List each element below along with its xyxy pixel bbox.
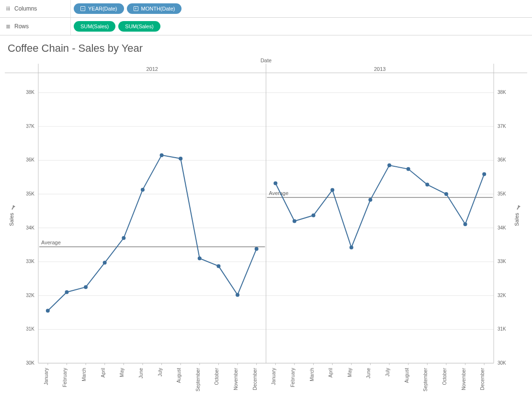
month-label: October <box>442 367 447 385</box>
rows-shelf[interactable]: ≣ Rows SUM(Sales) SUM(Sales) <box>0 18 532 35</box>
data-point[interactable] <box>464 222 467 226</box>
rows-shelf-label-cell: ≣ Rows <box>3 18 71 35</box>
data-point[interactable] <box>179 157 182 161</box>
month-label: June <box>138 368 144 379</box>
y-tick-label-right: 30K <box>498 360 506 366</box>
y-tick-label-left: 37K <box>26 124 34 129</box>
month-label: December <box>252 367 258 390</box>
data-point[interactable] <box>312 214 316 218</box>
month-label: April <box>328 368 333 378</box>
month-label: July <box>385 368 390 377</box>
chart-svg: Date30K30K31K31K32K32K33K33K34K34K35K35K… <box>5 57 527 411</box>
month-label: January <box>271 368 276 385</box>
y-axis-title-right[interactable]: Sales <box>514 213 520 226</box>
pill-label: MONTH(Date) <box>141 6 175 11</box>
month-label: November <box>233 367 238 390</box>
y-tick-label-left: 30K <box>26 360 34 366</box>
data-point[interactable] <box>407 167 410 171</box>
rows-shelf-pills: SUM(Sales) SUM(Sales) <box>71 21 160 32</box>
pill-label: SUM(Sales) <box>125 23 153 29</box>
panel-header-2012[interactable]: 2012 <box>147 66 158 72</box>
month-label: December <box>480 367 485 390</box>
y-tick-label-right: 32K <box>498 293 506 298</box>
data-point[interactable] <box>368 198 372 202</box>
y-tick-label-left: 35K <box>26 191 34 196</box>
data-point[interactable] <box>273 181 277 185</box>
chart-area: Date30K30K31K31K32K32K33K33K34K34K35K35K… <box>0 57 532 413</box>
pill-label: SUM(Sales) <box>80 23 109 29</box>
columns-shelf-label: Columns <box>14 5 37 12</box>
data-point[interactable] <box>103 261 107 264</box>
y-tick-label-right: 36K <box>498 157 506 162</box>
data-point[interactable] <box>444 192 448 196</box>
column-header-title: Date <box>260 57 272 63</box>
pill-month-date[interactable]: + MONTH(Date) <box>127 3 182 14</box>
pill-label: YEAR(Date) <box>88 6 117 11</box>
month-label: July <box>158 368 163 377</box>
month-label: June <box>366 368 371 379</box>
month-label: May <box>119 368 125 377</box>
data-point[interactable] <box>198 256 202 260</box>
y-tick-label-right: 33K <box>498 259 506 264</box>
data-point[interactable] <box>216 264 220 268</box>
y-tick-label-right: 34K <box>498 225 506 230</box>
reference-line-label-2013: Average <box>269 190 289 196</box>
month-label: February <box>290 368 295 387</box>
month-label: November <box>461 367 466 390</box>
y-tick-label-right: 38K <box>498 90 506 95</box>
data-point[interactable] <box>84 285 88 289</box>
columns-shelf-label-cell: iii Columns <box>3 0 71 17</box>
rows-icon: ≣ <box>5 23 11 30</box>
month-label: April <box>101 368 106 378</box>
month-label: May <box>347 368 352 377</box>
month-label: September <box>423 367 428 391</box>
month-label: March <box>81 368 87 381</box>
y-tick-label-left: 38K <box>26 90 34 95</box>
month-label: January <box>44 368 49 385</box>
month-label: October <box>214 367 219 385</box>
y-tick-label-left: 36K <box>26 157 34 162</box>
month-label: February <box>62 368 68 387</box>
y-tick-label-left: 33K <box>26 259 34 264</box>
pill-sum-sales-1[interactable]: SUM(Sales) <box>74 21 115 32</box>
y-tick-label-left: 34K <box>26 225 34 230</box>
month-label: August <box>176 368 181 383</box>
data-point[interactable] <box>330 188 334 192</box>
y-axis-title-left[interactable]: Sales <box>9 213 14 226</box>
data-point[interactable] <box>387 163 391 167</box>
month-label: March <box>309 368 315 381</box>
y-tick-label-left: 31K <box>26 326 34 332</box>
panel-header-2013[interactable]: 2013 <box>374 66 385 72</box>
data-point[interactable] <box>141 188 145 192</box>
columns-icon: iii <box>5 5 11 12</box>
reference-line-label-2012: Average <box>41 240 61 245</box>
pill-year-date[interactable]: − YEAR(Date) <box>74 3 124 14</box>
data-point[interactable] <box>482 172 486 176</box>
series-line-2012 <box>48 155 257 311</box>
data-point[interactable] <box>293 219 296 223</box>
data-point[interactable] <box>236 293 239 297</box>
data-point[interactable] <box>122 236 125 240</box>
expand-icon[interactable]: + <box>134 6 138 11</box>
columns-shelf-pills: − YEAR(Date) + MONTH(Date) <box>71 3 181 14</box>
series-line-2013 <box>275 165 484 248</box>
data-point[interactable] <box>46 309 50 313</box>
month-label: September <box>195 367 201 391</box>
columns-shelf[interactable]: iii Columns − YEAR(Date) + MONTH(Date) <box>0 0 532 18</box>
data-point[interactable] <box>350 246 353 250</box>
month-label: August <box>404 368 409 383</box>
data-point[interactable] <box>255 247 259 251</box>
y-tick-label-right: 37K <box>498 124 506 129</box>
collapse-icon[interactable]: − <box>80 6 85 11</box>
y-tick-label-right: 31K <box>498 326 506 332</box>
y-tick-label-right: 35K <box>498 191 506 196</box>
y-tick-label-left: 32K <box>26 293 34 298</box>
viz-title[interactable]: Coffee Chain - Sales by Year <box>0 35 532 57</box>
data-point[interactable] <box>65 290 68 294</box>
rows-shelf-label: Rows <box>14 23 29 30</box>
data-point[interactable] <box>425 183 429 186</box>
data-point[interactable] <box>160 153 164 157</box>
pill-sum-sales-2[interactable]: SUM(Sales) <box>118 21 160 32</box>
